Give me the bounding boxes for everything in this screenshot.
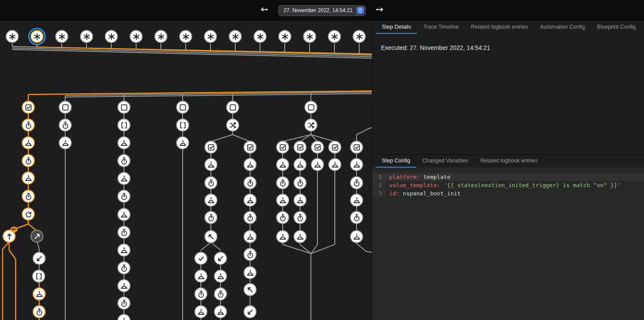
trace-node-bell[interactable] <box>117 208 130 221</box>
trace-node-bell[interactable] <box>350 158 363 171</box>
trace-node-brackets[interactable] <box>117 119 130 132</box>
trace-node-asterisk[interactable] <box>6 30 19 43</box>
trace-node-bell[interactable] <box>328 158 341 171</box>
tab-step-details[interactable]: Step Details <box>376 21 417 34</box>
trace-node-timer[interactable] <box>244 176 257 189</box>
trace-node-timer[interactable] <box>350 211 363 224</box>
trace-node-asterisk[interactable] <box>55 30 68 43</box>
trace-node-square[interactable] <box>304 101 317 114</box>
tab-automation-config[interactable]: Automation Config <box>534 21 591 34</box>
trace-node-asterisk[interactable] <box>105 30 118 43</box>
trace-node-arrow-nw[interactable] <box>204 230 217 243</box>
trace-node-asterisk[interactable] <box>303 30 316 43</box>
trace-node-timer[interactable] <box>22 154 35 167</box>
trace-node-asterisk[interactable] <box>278 30 291 43</box>
trace-node-checkbox[interactable] <box>22 101 35 114</box>
trace-node-bell[interactable] <box>214 305 227 318</box>
trace-node-bell[interactable] <box>22 136 35 149</box>
trace-node-timer[interactable] <box>294 176 307 189</box>
trace-node-checkbox[interactable] <box>350 141 363 154</box>
trace-node-square[interactable] <box>117 101 130 114</box>
trace-node-bell[interactable] <box>117 279 130 292</box>
trace-node-asterisk[interactable] <box>254 30 267 43</box>
trace-node-bell[interactable] <box>117 136 130 149</box>
trace-node-checkbox[interactable] <box>276 141 289 154</box>
trace-node-bell[interactable] <box>244 266 257 279</box>
trace-node-checkbox[interactable] <box>311 141 324 154</box>
trace-node-bell[interactable] <box>276 158 289 171</box>
trace-node-arrow-sw[interactable] <box>244 305 257 318</box>
trace-node-brackets[interactable] <box>32 270 45 283</box>
trace-node-checkbox[interactable] <box>294 141 307 154</box>
trace-node-asterisk[interactable] <box>154 30 167 43</box>
trace-node-bell[interactable] <box>33 287 46 300</box>
run-select[interactable]: 27. November 2022, 14:54:21 <box>278 5 366 16</box>
trace-node-timer[interactable] <box>244 248 257 261</box>
trace-node-timer[interactable] <box>276 176 289 189</box>
trace-node-choose[interactable] <box>226 119 239 132</box>
trace-node-bell[interactable] <box>117 244 130 257</box>
trace-node-bell[interactable] <box>214 270 227 283</box>
trace-node-bell[interactable] <box>244 194 257 207</box>
trace-node-timer[interactable] <box>294 211 307 224</box>
next-run-button[interactable] <box>373 3 387 18</box>
trace-node-timer[interactable] <box>117 226 130 239</box>
trace-node-checkbox[interactable] <box>328 141 341 154</box>
trace-node-brackets[interactable] <box>176 119 189 132</box>
trace-node-arrow-nw[interactable] <box>244 283 257 296</box>
trace-node-bell[interactable] <box>22 172 35 185</box>
trace-node-timer[interactable] <box>117 190 130 203</box>
trace-node-checkbox[interactable] <box>204 141 217 154</box>
trace-node-timer[interactable] <box>350 176 363 189</box>
trace-node-bell[interactable] <box>276 230 289 243</box>
trace-node-timer[interactable] <box>117 261 130 274</box>
previous-run-button[interactable] <box>257 3 271 18</box>
trace-node-timer[interactable] <box>59 119 72 132</box>
trace-node-check[interactable] <box>194 252 207 265</box>
trace-node-bell[interactable] <box>176 136 189 149</box>
trace-node-asterisk[interactable] <box>204 30 217 43</box>
trace-node-timer[interactable] <box>204 176 217 189</box>
trace-node-timer[interactable] <box>22 190 35 203</box>
trace-node-bell[interactable] <box>311 158 324 171</box>
trace-node-asterisk[interactable] <box>179 30 192 43</box>
tab-blueprint-config[interactable]: Blueprint Config <box>591 21 642 34</box>
trace-node-timer[interactable] <box>214 287 227 300</box>
trace-node-bell[interactable] <box>350 194 363 207</box>
trace-node-asterisk[interactable] <box>130 30 143 43</box>
trace-node-asterisk[interactable] <box>229 30 242 43</box>
trace-node-arrow-sw[interactable] <box>214 252 227 265</box>
trace-node-asterisk[interactable] <box>80 30 93 43</box>
trace-node-timer[interactable] <box>117 154 130 167</box>
tab-step-config[interactable]: Step Config <box>376 155 416 168</box>
trace-node-timer[interactable] <box>33 305 46 318</box>
trace-node-bell[interactable] <box>194 305 207 318</box>
trace-node-bell[interactable] <box>294 194 307 207</box>
trace-node-bell[interactable] <box>294 158 307 171</box>
trace-node-bell[interactable] <box>276 194 289 207</box>
trace-node-repeat[interactable] <box>22 208 35 221</box>
trace-node-bell[interactable] <box>244 230 257 243</box>
trace-node-timer[interactable] <box>204 211 217 224</box>
trace-node-timer[interactable] <box>276 211 289 224</box>
trace-node-bell[interactable] <box>59 136 72 149</box>
trace-node-square[interactable] <box>59 101 72 114</box>
trace-node-choose[interactable] <box>304 119 317 132</box>
trace-node-square[interactable] <box>176 101 189 114</box>
trace-node-bell[interactable] <box>204 194 217 207</box>
trace-node-bell[interactable] <box>350 230 363 243</box>
trace-node-timer[interactable] <box>244 211 257 224</box>
trace-node-asterisk[interactable] <box>30 30 43 43</box>
tab-related-logbook-entries[interactable]: Related logbook entries <box>474 155 544 168</box>
trace-node-bell[interactable] <box>204 158 217 171</box>
trace-node-arrow-sw[interactable] <box>33 252 46 265</box>
trace-node-timer[interactable] <box>22 119 35 132</box>
trace-node-bell[interactable] <box>244 158 257 171</box>
tab-changed-variables[interactable]: Changed Variables <box>416 155 474 168</box>
trace-node-checkbox[interactable] <box>244 141 257 154</box>
trace-node-asterisk[interactable] <box>328 30 341 43</box>
trace-node-arrow-ne[interactable] <box>30 230 43 243</box>
trace-node-timer[interactable] <box>194 287 207 300</box>
trace-node-timer[interactable] <box>117 297 130 310</box>
trace-node-bell[interactable] <box>194 270 207 283</box>
